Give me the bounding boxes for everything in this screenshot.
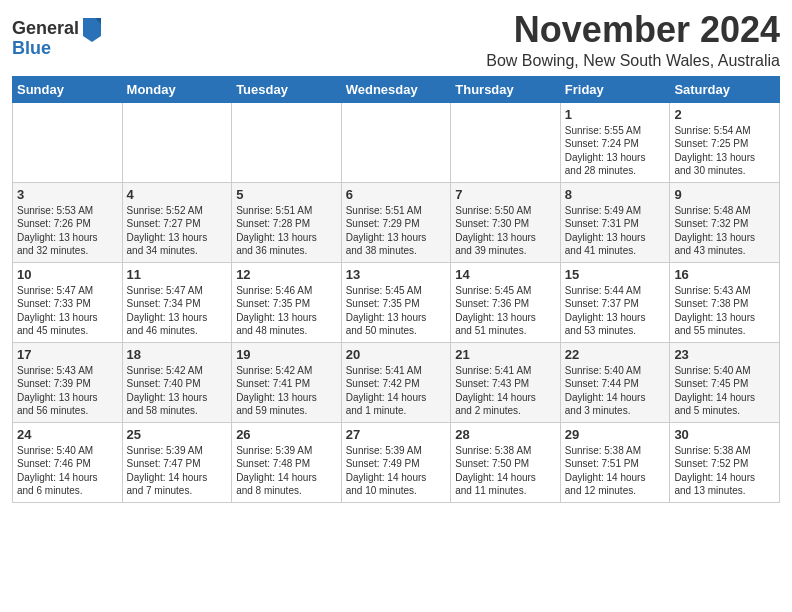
day-number: 18 (127, 347, 228, 362)
header-tuesday: Tuesday (232, 76, 342, 102)
cell-w2d1: 11Sunrise: 5:47 AM Sunset: 7:34 PM Dayli… (122, 262, 232, 342)
day-info: Sunrise: 5:43 AM Sunset: 7:38 PM Dayligh… (674, 284, 775, 338)
logo: General Blue (12, 14, 103, 59)
cell-w3d2: 19Sunrise: 5:42 AM Sunset: 7:41 PM Dayli… (232, 342, 342, 422)
day-number: 5 (236, 187, 337, 202)
cell-w1d3: 6Sunrise: 5:51 AM Sunset: 7:29 PM Daylig… (341, 182, 451, 262)
day-info: Sunrise: 5:48 AM Sunset: 7:32 PM Dayligh… (674, 204, 775, 258)
week-row-1: 3Sunrise: 5:53 AM Sunset: 7:26 PM Daylig… (13, 182, 780, 262)
calendar-body: 1Sunrise: 5:55 AM Sunset: 7:24 PM Daylig… (13, 102, 780, 502)
cell-w0d3 (341, 102, 451, 182)
cell-w1d5: 8Sunrise: 5:49 AM Sunset: 7:31 PM Daylig… (560, 182, 670, 262)
day-info: Sunrise: 5:42 AM Sunset: 7:41 PM Dayligh… (236, 364, 337, 418)
day-number: 15 (565, 267, 666, 282)
cell-w3d6: 23Sunrise: 5:40 AM Sunset: 7:45 PM Dayli… (670, 342, 780, 422)
day-number: 28 (455, 427, 556, 442)
day-number: 4 (127, 187, 228, 202)
day-number: 27 (346, 427, 447, 442)
calendar-header: SundayMondayTuesdayWednesdayThursdayFrid… (13, 76, 780, 102)
cell-w2d3: 13Sunrise: 5:45 AM Sunset: 7:35 PM Dayli… (341, 262, 451, 342)
day-info: Sunrise: 5:39 AM Sunset: 7:48 PM Dayligh… (236, 444, 337, 498)
cell-w2d6: 16Sunrise: 5:43 AM Sunset: 7:38 PM Dayli… (670, 262, 780, 342)
cell-w2d4: 14Sunrise: 5:45 AM Sunset: 7:36 PM Dayli… (451, 262, 561, 342)
day-info: Sunrise: 5:42 AM Sunset: 7:40 PM Dayligh… (127, 364, 228, 418)
location: Bow Bowing, New South Wales, Australia (486, 52, 780, 70)
cell-w3d4: 21Sunrise: 5:41 AM Sunset: 7:43 PM Dayli… (451, 342, 561, 422)
header-saturday: Saturday (670, 76, 780, 102)
day-info: Sunrise: 5:52 AM Sunset: 7:27 PM Dayligh… (127, 204, 228, 258)
header-friday: Friday (560, 76, 670, 102)
day-info: Sunrise: 5:51 AM Sunset: 7:28 PM Dayligh… (236, 204, 337, 258)
cell-w4d2: 26Sunrise: 5:39 AM Sunset: 7:48 PM Dayli… (232, 422, 342, 502)
day-number: 24 (17, 427, 118, 442)
week-row-4: 24Sunrise: 5:40 AM Sunset: 7:46 PM Dayli… (13, 422, 780, 502)
day-number: 11 (127, 267, 228, 282)
day-info: Sunrise: 5:39 AM Sunset: 7:47 PM Dayligh… (127, 444, 228, 498)
day-number: 12 (236, 267, 337, 282)
day-info: Sunrise: 5:43 AM Sunset: 7:39 PM Dayligh… (17, 364, 118, 418)
cell-w4d1: 25Sunrise: 5:39 AM Sunset: 7:47 PM Dayli… (122, 422, 232, 502)
day-number: 9 (674, 187, 775, 202)
logo-icon (81, 14, 103, 42)
day-info: Sunrise: 5:40 AM Sunset: 7:44 PM Dayligh… (565, 364, 666, 418)
cell-w3d3: 20Sunrise: 5:41 AM Sunset: 7:42 PM Dayli… (341, 342, 451, 422)
logo-general-text: General (12, 18, 79, 39)
day-number: 21 (455, 347, 556, 362)
day-number: 23 (674, 347, 775, 362)
cell-w0d4 (451, 102, 561, 182)
day-info: Sunrise: 5:47 AM Sunset: 7:33 PM Dayligh… (17, 284, 118, 338)
day-number: 22 (565, 347, 666, 362)
day-info: Sunrise: 5:38 AM Sunset: 7:52 PM Dayligh… (674, 444, 775, 498)
header-sunday: Sunday (13, 76, 123, 102)
day-info: Sunrise: 5:54 AM Sunset: 7:25 PM Dayligh… (674, 124, 775, 178)
day-info: Sunrise: 5:38 AM Sunset: 7:51 PM Dayligh… (565, 444, 666, 498)
day-number: 13 (346, 267, 447, 282)
cell-w1d6: 9Sunrise: 5:48 AM Sunset: 7:32 PM Daylig… (670, 182, 780, 262)
day-info: Sunrise: 5:55 AM Sunset: 7:24 PM Dayligh… (565, 124, 666, 178)
month-title: November 2024 (486, 10, 780, 50)
cell-w0d1 (122, 102, 232, 182)
cell-w4d3: 27Sunrise: 5:39 AM Sunset: 7:49 PM Dayli… (341, 422, 451, 502)
cell-w3d0: 17Sunrise: 5:43 AM Sunset: 7:39 PM Dayli… (13, 342, 123, 422)
day-number: 8 (565, 187, 666, 202)
cell-w0d6: 2Sunrise: 5:54 AM Sunset: 7:25 PM Daylig… (670, 102, 780, 182)
cell-w1d4: 7Sunrise: 5:50 AM Sunset: 7:30 PM Daylig… (451, 182, 561, 262)
title-block: November 2024 Bow Bowing, New South Wale… (486, 10, 780, 70)
day-number: 26 (236, 427, 337, 442)
week-row-2: 10Sunrise: 5:47 AM Sunset: 7:33 PM Dayli… (13, 262, 780, 342)
header-monday: Monday (122, 76, 232, 102)
day-number: 6 (346, 187, 447, 202)
day-number: 1 (565, 107, 666, 122)
day-info: Sunrise: 5:44 AM Sunset: 7:37 PM Dayligh… (565, 284, 666, 338)
day-info: Sunrise: 5:39 AM Sunset: 7:49 PM Dayligh… (346, 444, 447, 498)
cell-w3d1: 18Sunrise: 5:42 AM Sunset: 7:40 PM Dayli… (122, 342, 232, 422)
cell-w0d2 (232, 102, 342, 182)
day-info: Sunrise: 5:53 AM Sunset: 7:26 PM Dayligh… (17, 204, 118, 258)
header-wednesday: Wednesday (341, 76, 451, 102)
day-info: Sunrise: 5:51 AM Sunset: 7:29 PM Dayligh… (346, 204, 447, 258)
header: General Blue November 2024 Bow Bowing, N… (12, 10, 780, 70)
day-info: Sunrise: 5:45 AM Sunset: 7:35 PM Dayligh… (346, 284, 447, 338)
day-number: 10 (17, 267, 118, 282)
cell-w3d5: 22Sunrise: 5:40 AM Sunset: 7:44 PM Dayli… (560, 342, 670, 422)
day-info: Sunrise: 5:46 AM Sunset: 7:35 PM Dayligh… (236, 284, 337, 338)
day-number: 19 (236, 347, 337, 362)
day-info: Sunrise: 5:41 AM Sunset: 7:42 PM Dayligh… (346, 364, 447, 418)
calendar-table: SundayMondayTuesdayWednesdayThursdayFrid… (12, 76, 780, 503)
header-thursday: Thursday (451, 76, 561, 102)
day-number: 30 (674, 427, 775, 442)
cell-w4d6: 30Sunrise: 5:38 AM Sunset: 7:52 PM Dayli… (670, 422, 780, 502)
day-number: 25 (127, 427, 228, 442)
day-info: Sunrise: 5:47 AM Sunset: 7:34 PM Dayligh… (127, 284, 228, 338)
cell-w2d2: 12Sunrise: 5:46 AM Sunset: 7:35 PM Dayli… (232, 262, 342, 342)
day-info: Sunrise: 5:38 AM Sunset: 7:50 PM Dayligh… (455, 444, 556, 498)
week-row-0: 1Sunrise: 5:55 AM Sunset: 7:24 PM Daylig… (13, 102, 780, 182)
header-row: SundayMondayTuesdayWednesdayThursdayFrid… (13, 76, 780, 102)
cell-w2d0: 10Sunrise: 5:47 AM Sunset: 7:33 PM Dayli… (13, 262, 123, 342)
week-row-3: 17Sunrise: 5:43 AM Sunset: 7:39 PM Dayli… (13, 342, 780, 422)
day-number: 20 (346, 347, 447, 362)
day-number: 29 (565, 427, 666, 442)
day-number: 7 (455, 187, 556, 202)
day-info: Sunrise: 5:50 AM Sunset: 7:30 PM Dayligh… (455, 204, 556, 258)
day-info: Sunrise: 5:40 AM Sunset: 7:45 PM Dayligh… (674, 364, 775, 418)
